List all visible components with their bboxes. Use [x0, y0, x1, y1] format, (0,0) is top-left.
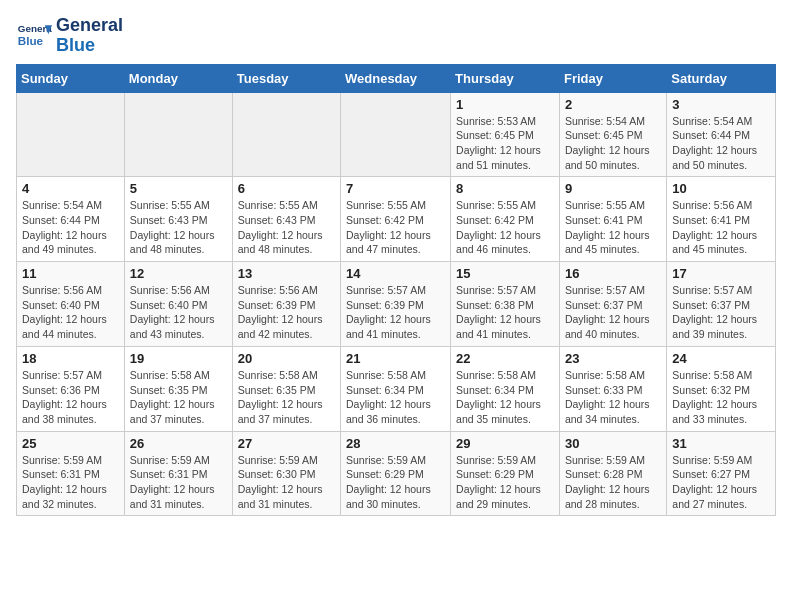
calendar-cell: 15Sunrise: 5:57 AM Sunset: 6:38 PM Dayli…: [451, 262, 560, 347]
calendar-cell: 30Sunrise: 5:59 AM Sunset: 6:28 PM Dayli…: [559, 431, 666, 516]
calendar-cell: 28Sunrise: 5:59 AM Sunset: 6:29 PM Dayli…: [341, 431, 451, 516]
day-number: 29: [456, 436, 554, 451]
calendar-cell: 16Sunrise: 5:57 AM Sunset: 6:37 PM Dayli…: [559, 262, 666, 347]
day-detail: Sunrise: 5:55 AM Sunset: 6:42 PM Dayligh…: [346, 198, 445, 257]
day-detail: Sunrise: 5:57 AM Sunset: 6:37 PM Dayligh…: [565, 283, 661, 342]
day-number: 28: [346, 436, 445, 451]
column-header-friday: Friday: [559, 64, 666, 92]
day-number: 18: [22, 351, 119, 366]
day-detail: Sunrise: 5:56 AM Sunset: 6:39 PM Dayligh…: [238, 283, 335, 342]
day-number: 4: [22, 181, 119, 196]
calendar-cell: 23Sunrise: 5:58 AM Sunset: 6:33 PM Dayli…: [559, 346, 666, 431]
calendar-cell: [17, 92, 125, 177]
calendar-cell: 29Sunrise: 5:59 AM Sunset: 6:29 PM Dayli…: [451, 431, 560, 516]
calendar-cell: 8Sunrise: 5:55 AM Sunset: 6:42 PM Daylig…: [451, 177, 560, 262]
column-header-wednesday: Wednesday: [341, 64, 451, 92]
calendar-cell: 10Sunrise: 5:56 AM Sunset: 6:41 PM Dayli…: [667, 177, 776, 262]
day-detail: Sunrise: 5:57 AM Sunset: 6:37 PM Dayligh…: [672, 283, 770, 342]
day-detail: Sunrise: 5:57 AM Sunset: 6:36 PM Dayligh…: [22, 368, 119, 427]
calendar-cell: 25Sunrise: 5:59 AM Sunset: 6:31 PM Dayli…: [17, 431, 125, 516]
calendar-table: SundayMondayTuesdayWednesdayThursdayFrid…: [16, 64, 776, 517]
day-number: 8: [456, 181, 554, 196]
day-detail: Sunrise: 5:58 AM Sunset: 6:33 PM Dayligh…: [565, 368, 661, 427]
day-detail: Sunrise: 5:55 AM Sunset: 6:43 PM Dayligh…: [238, 198, 335, 257]
day-number: 2: [565, 97, 661, 112]
calendar-cell: 3Sunrise: 5:54 AM Sunset: 6:44 PM Daylig…: [667, 92, 776, 177]
day-detail: Sunrise: 5:59 AM Sunset: 6:27 PM Dayligh…: [672, 453, 770, 512]
day-detail: Sunrise: 5:59 AM Sunset: 6:31 PM Dayligh…: [130, 453, 227, 512]
day-detail: Sunrise: 5:59 AM Sunset: 6:29 PM Dayligh…: [346, 453, 445, 512]
day-detail: Sunrise: 5:56 AM Sunset: 6:41 PM Dayligh…: [672, 198, 770, 257]
calendar-cell: 27Sunrise: 5:59 AM Sunset: 6:30 PM Dayli…: [232, 431, 340, 516]
logo-icon: General Blue: [16, 18, 52, 54]
column-header-thursday: Thursday: [451, 64, 560, 92]
day-detail: Sunrise: 5:55 AM Sunset: 6:42 PM Dayligh…: [456, 198, 554, 257]
day-number: 27: [238, 436, 335, 451]
calendar-cell: 13Sunrise: 5:56 AM Sunset: 6:39 PM Dayli…: [232, 262, 340, 347]
day-number: 10: [672, 181, 770, 196]
day-number: 12: [130, 266, 227, 281]
calendar-cell: 24Sunrise: 5:58 AM Sunset: 6:32 PM Dayli…: [667, 346, 776, 431]
day-number: 20: [238, 351, 335, 366]
day-detail: Sunrise: 5:57 AM Sunset: 6:38 PM Dayligh…: [456, 283, 554, 342]
calendar-cell: 31Sunrise: 5:59 AM Sunset: 6:27 PM Dayli…: [667, 431, 776, 516]
calendar-cell: 2Sunrise: 5:54 AM Sunset: 6:45 PM Daylig…: [559, 92, 666, 177]
day-number: 21: [346, 351, 445, 366]
day-number: 30: [565, 436, 661, 451]
day-number: 9: [565, 181, 661, 196]
svg-text:Blue: Blue: [18, 34, 44, 47]
calendar-cell: 18Sunrise: 5:57 AM Sunset: 6:36 PM Dayli…: [17, 346, 125, 431]
day-detail: Sunrise: 5:55 AM Sunset: 6:41 PM Dayligh…: [565, 198, 661, 257]
day-number: 7: [346, 181, 445, 196]
day-number: 17: [672, 266, 770, 281]
day-number: 31: [672, 436, 770, 451]
day-detail: Sunrise: 5:58 AM Sunset: 6:34 PM Dayligh…: [346, 368, 445, 427]
day-detail: Sunrise: 5:59 AM Sunset: 6:30 PM Dayligh…: [238, 453, 335, 512]
day-detail: Sunrise: 5:55 AM Sunset: 6:43 PM Dayligh…: [130, 198, 227, 257]
calendar-cell: 9Sunrise: 5:55 AM Sunset: 6:41 PM Daylig…: [559, 177, 666, 262]
calendar-cell: [124, 92, 232, 177]
day-number: 11: [22, 266, 119, 281]
calendar-cell: 21Sunrise: 5:58 AM Sunset: 6:34 PM Dayli…: [341, 346, 451, 431]
logo-text-line1: General: [56, 16, 123, 36]
day-detail: Sunrise: 5:59 AM Sunset: 6:31 PM Dayligh…: [22, 453, 119, 512]
day-detail: Sunrise: 5:58 AM Sunset: 6:32 PM Dayligh…: [672, 368, 770, 427]
day-detail: Sunrise: 5:56 AM Sunset: 6:40 PM Dayligh…: [130, 283, 227, 342]
day-detail: Sunrise: 5:58 AM Sunset: 6:35 PM Dayligh…: [130, 368, 227, 427]
column-header-sunday: Sunday: [17, 64, 125, 92]
day-number: 26: [130, 436, 227, 451]
day-detail: Sunrise: 5:57 AM Sunset: 6:39 PM Dayligh…: [346, 283, 445, 342]
day-detail: Sunrise: 5:54 AM Sunset: 6:44 PM Dayligh…: [22, 198, 119, 257]
calendar-cell: 7Sunrise: 5:55 AM Sunset: 6:42 PM Daylig…: [341, 177, 451, 262]
column-header-tuesday: Tuesday: [232, 64, 340, 92]
day-number: 23: [565, 351, 661, 366]
day-detail: Sunrise: 5:54 AM Sunset: 6:44 PM Dayligh…: [672, 114, 770, 173]
calendar-cell: [341, 92, 451, 177]
day-detail: Sunrise: 5:58 AM Sunset: 6:35 PM Dayligh…: [238, 368, 335, 427]
day-number: 13: [238, 266, 335, 281]
day-number: 1: [456, 97, 554, 112]
day-number: 15: [456, 266, 554, 281]
day-number: 14: [346, 266, 445, 281]
logo: General Blue General Blue: [16, 16, 123, 56]
calendar-cell: 17Sunrise: 5:57 AM Sunset: 6:37 PM Dayli…: [667, 262, 776, 347]
calendar-cell: 14Sunrise: 5:57 AM Sunset: 6:39 PM Dayli…: [341, 262, 451, 347]
day-number: 5: [130, 181, 227, 196]
day-number: 16: [565, 266, 661, 281]
day-number: 19: [130, 351, 227, 366]
day-detail: Sunrise: 5:58 AM Sunset: 6:34 PM Dayligh…: [456, 368, 554, 427]
calendar-cell: 11Sunrise: 5:56 AM Sunset: 6:40 PM Dayli…: [17, 262, 125, 347]
day-number: 24: [672, 351, 770, 366]
day-number: 25: [22, 436, 119, 451]
calendar-cell: 12Sunrise: 5:56 AM Sunset: 6:40 PM Dayli…: [124, 262, 232, 347]
calendar-cell: 20Sunrise: 5:58 AM Sunset: 6:35 PM Dayli…: [232, 346, 340, 431]
column-header-monday: Monday: [124, 64, 232, 92]
calendar-cell: [232, 92, 340, 177]
logo-text-line2: Blue: [56, 36, 123, 56]
calendar-cell: 19Sunrise: 5:58 AM Sunset: 6:35 PM Dayli…: [124, 346, 232, 431]
calendar-cell: 5Sunrise: 5:55 AM Sunset: 6:43 PM Daylig…: [124, 177, 232, 262]
day-detail: Sunrise: 5:53 AM Sunset: 6:45 PM Dayligh…: [456, 114, 554, 173]
day-detail: Sunrise: 5:56 AM Sunset: 6:40 PM Dayligh…: [22, 283, 119, 342]
day-number: 3: [672, 97, 770, 112]
calendar-cell: 22Sunrise: 5:58 AM Sunset: 6:34 PM Dayli…: [451, 346, 560, 431]
